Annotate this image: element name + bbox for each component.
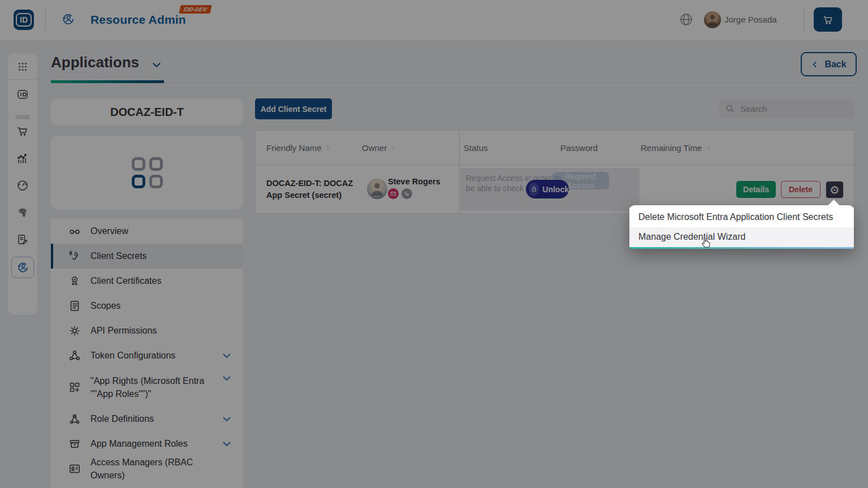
menu-item-delete-client-secrets[interactable]: Delete Microsoft Entra Application Clien… xyxy=(629,208,854,227)
context-menu-accent-bar xyxy=(629,247,854,249)
screen: ID Resource Admin EID-DEV Jorge Posada xyxy=(0,0,868,488)
row-actions-context-menu: Delete Microsoft Entra Application Clien… xyxy=(629,205,854,249)
menu-item-manage-credential-wizard[interactable]: Manage Credential Wizard xyxy=(629,227,854,247)
